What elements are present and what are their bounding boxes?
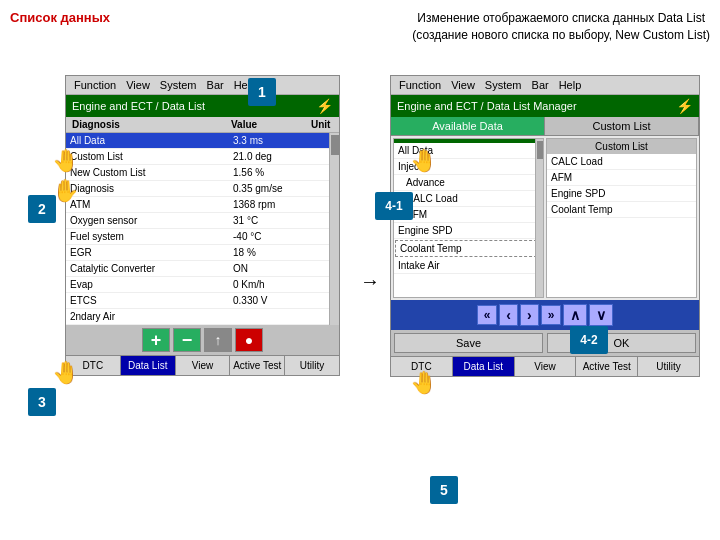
right-nav-utility[interactable]: Utility [638, 357, 699, 376]
scrollbar-thumb[interactable] [331, 135, 339, 155]
nav-tab-activetest[interactable]: Active Test [230, 356, 285, 375]
list-row-fuel[interactable]: Fuel system -40 °C [66, 229, 339, 245]
right-menu-help[interactable]: Help [555, 78, 586, 92]
hand-left-2: 🤚 [52, 178, 79, 204]
right-nav-view[interactable]: View [515, 357, 577, 376]
nav-tab-view[interactable]: View [176, 356, 231, 375]
plus-button[interactable]: + [142, 328, 170, 352]
list-row-diagnosis[interactable]: Diagnosis 0.35 gm/se [66, 181, 339, 197]
avail-item-enginespd[interactable]: Engine SPD [394, 223, 543, 239]
single-right-arrow[interactable]: › [520, 304, 539, 326]
custom-item-afm[interactable]: AFM [547, 170, 696, 186]
badge-3: 3 [28, 388, 56, 416]
avail-item-advance[interactable]: Advance [394, 175, 543, 191]
right-panel: Function View System Bar Help Engine and… [390, 75, 700, 377]
left-panel-title: Engine and ECT / Data List [72, 100, 205, 112]
save-button[interactable]: Save [394, 333, 543, 353]
up-arrow[interactable]: ∧ [563, 304, 587, 326]
custom-item-enginespd[interactable]: Engine SPD [547, 186, 696, 202]
list-row-etcs[interactable]: ETCS 0.330 V [66, 293, 339, 309]
avail-item-calcload[interactable]: CALC Load [394, 191, 543, 207]
header-left-label: Список данных [10, 10, 110, 25]
avail-item-intakeair[interactable]: Intake Air [394, 258, 543, 274]
minus-button[interactable]: − [173, 328, 201, 352]
double-left-arrow[interactable]: « [477, 305, 498, 325]
col-header-name: Diagnosis [68, 118, 227, 131]
right-menu-bar[interactable]: Bar [528, 78, 553, 92]
list-row-0[interactable]: All Data 3.3 ms [66, 133, 339, 149]
list-row-2ndary[interactable]: 2ndary Air [66, 309, 339, 325]
left-menu-bar: Function View System Bar Help [66, 76, 339, 95]
down-arrow[interactable]: ∨ [589, 304, 613, 326]
menu-view[interactable]: View [122, 78, 154, 92]
left-scrollbar[interactable] [329, 133, 339, 325]
left-list-area: All Data 3.3 ms Custom List 21.0 deg New… [66, 133, 339, 325]
arrow-indicator: → [360, 270, 380, 293]
right-two-col-area: All Data Injector Advance CALC Load AFM … [391, 136, 699, 300]
page-header: Список данных Изменение отображаемого сп… [10, 10, 710, 44]
col-header-value: Value [227, 118, 307, 131]
single-left-arrow[interactable]: ‹ [499, 304, 518, 326]
badge-4-1: 4-1 [375, 192, 413, 220]
custom-item-coolanttemp[interactable]: Coolant Temp [547, 202, 696, 218]
left-title-bar: Engine and ECT / Data List ⚡ [66, 95, 339, 117]
right-avail-scrollbar[interactable] [535, 139, 543, 297]
hand-right-1: 🤚 [410, 148, 437, 174]
up-button[interactable]: ↑ [204, 328, 232, 352]
menu-function[interactable]: Function [70, 78, 120, 92]
avail-item-coolanttemp[interactable]: Coolant Temp [395, 240, 542, 257]
badge-5: 5 [430, 476, 458, 504]
right-nav-tabs: DTC Data List View Active Test Utility [391, 356, 699, 376]
avail-item-afm[interactable]: AFM [394, 207, 543, 223]
list-row-custom[interactable]: Custom List 21.0 deg [66, 149, 339, 165]
double-right-arrow[interactable]: » [541, 305, 562, 325]
list-row-egr[interactable]: EGR 18 % [66, 245, 339, 261]
right-menu-view[interactable]: View [447, 78, 479, 92]
left-bottom-controls: + − ↑ ● [66, 325, 339, 355]
right-nav-datalist[interactable]: Data List [453, 357, 515, 376]
menu-bar[interactable]: Bar [203, 78, 228, 92]
badge-4-2: 4-2 [570, 326, 608, 354]
right-panel-title: Engine and ECT / Data List Manager [397, 100, 577, 112]
record-button[interactable]: ● [235, 328, 263, 352]
left-col-headers: Diagnosis Value Unit [66, 117, 339, 133]
tab-available-data[interactable]: Available Data [391, 117, 545, 135]
lightning-icon: ⚡ [316, 98, 333, 114]
right-menu-system[interactable]: System [481, 78, 526, 92]
menu-system[interactable]: System [156, 78, 201, 92]
right-title-bar: Engine and ECT / Data List Manager ⚡ [391, 95, 699, 117]
left-panel: Function View System Bar Help Engine and… [65, 75, 340, 376]
hand-right-2: 🤚 [410, 370, 437, 396]
right-custom-col: Custom List CALC Load AFM Engine SPD Coo… [546, 138, 697, 298]
badge-2: 2 [28, 195, 56, 223]
badge-1: 1 [248, 78, 276, 106]
hand-left-1: 🤚 [52, 148, 79, 174]
right-tab-row: Available Data Custom List [391, 117, 699, 136]
right-lightning-icon: ⚡ [676, 98, 693, 114]
nav-tab-utility[interactable]: Utility [285, 356, 339, 375]
right-menu-bar: Function View System Bar Help [391, 76, 699, 95]
right-nav-activetest[interactable]: Active Test [576, 357, 638, 376]
header-right-text: Изменение отображаемого списка данных Da… [412, 10, 710, 44]
left-nav-tabs: DTC Data List View Active Test Utility [66, 355, 339, 375]
tab-custom-list[interactable]: Custom List [545, 117, 699, 135]
list-row-atm[interactable]: ATM 1368 rpm [66, 197, 339, 213]
list-row-o2[interactable]: Oxygen sensor 31 °C [66, 213, 339, 229]
right-menu-function[interactable]: Function [395, 78, 445, 92]
list-row-new-custom[interactable]: New Custom List 1.56 % [66, 165, 339, 181]
col-header-unit: Unit [307, 118, 337, 131]
list-row-cat[interactable]: Catalytic Converter ON [66, 261, 339, 277]
custom-item-calcload[interactable]: CALC Load [547, 154, 696, 170]
hand-left-3: 🤚 [52, 360, 79, 386]
save-ok-row: Save OK [391, 330, 699, 356]
nav-tab-datalist[interactable]: Data List [121, 356, 176, 375]
custom-col-header: Custom List [547, 139, 696, 154]
arrow-controls: « ‹ › » ∧ ∨ [391, 300, 699, 330]
list-row-evap[interactable]: Evap 0 Km/h [66, 277, 339, 293]
